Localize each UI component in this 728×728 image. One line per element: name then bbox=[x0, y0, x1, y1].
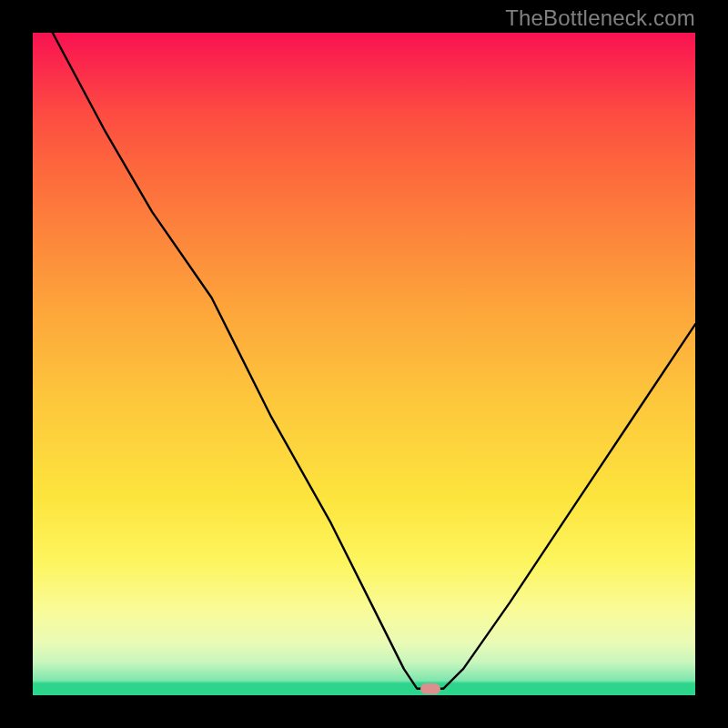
chart-frame: TheBottleneck.com bbox=[0, 0, 728, 728]
watermark-text: TheBottleneck.com bbox=[505, 5, 695, 31]
bottleneck-curve bbox=[33, 33, 695, 695]
plot-area bbox=[33, 33, 695, 695]
optimum-marker bbox=[420, 683, 440, 694]
